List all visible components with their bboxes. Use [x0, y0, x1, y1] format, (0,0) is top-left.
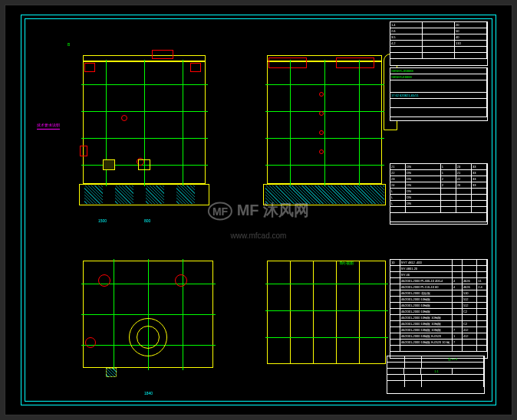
dim-2: 800	[144, 218, 150, 223]
section-view	[259, 253, 397, 379]
drawing-frame: 技术要求说明 B B向视图 1500 800 1840 1.420 2.650 …	[21, 15, 496, 405]
front-view	[60, 38, 229, 215]
dim-1: 1500	[98, 218, 107, 223]
parts-list: 10GY7 4812 .400 GY 4801.20 GY 46 46/2001…	[390, 259, 488, 359]
dim-3: 1840	[144, 391, 153, 395]
connection-table: 21DN12333 22DN12133 23DN22233 24DN22033 …	[390, 163, 488, 225]
cad-viewport: 技术要求说明 B B向视图 1500 800 1840 1.420 2.650 …	[5, 5, 512, 415]
spec-table: 1.420 2.650 3.540 4.2110	[390, 21, 488, 66]
top-view	[75, 253, 229, 391]
annotation-left: 技术要求说明	[37, 123, 60, 127]
title-block: 总 m.4 1:1	[387, 356, 485, 394]
section-label: B向视图	[340, 261, 354, 265]
side-view	[259, 38, 405, 215]
label-b: B	[68, 42, 70, 47]
tables-panel: 1.420 2.650 3.540 4.2110 SENER-JB8888 SE…	[390, 21, 489, 399]
notes-table: SENER-JB8888 SENER-E8888 17 62 620821-65…	[390, 67, 488, 121]
